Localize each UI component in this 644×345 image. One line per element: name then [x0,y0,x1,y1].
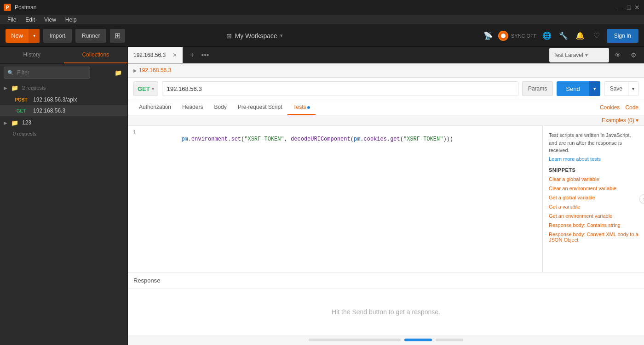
import-button[interactable]: Import [43,29,72,43]
sidebar-toolbar: 🔍 📁 [0,64,127,81]
menu-help[interactable]: Help [62,16,80,24]
request-tab[interactable]: 192.168.56.3 ✕ [128,47,183,63]
snippet-get-global[interactable]: Get a global variable [549,195,638,200]
method-badge-post: POST [13,97,29,103]
snippet-get-variable[interactable]: Get a variable [549,204,638,209]
env-dropdown-icon: ▾ [585,52,588,58]
cookies-link[interactable]: Cookies [600,104,620,111]
code-editor[interactable]: 1 pm.environment.set("XSRF-TOKEN", decod… [128,126,543,272]
collection-123: ▶ 📁 123 ••• 0 requests [0,116,127,138]
layout-button[interactable]: ⊞ [110,29,125,43]
response-header: Response [128,272,644,289]
workspace-dropdown-icon: ▾ [280,33,283,39]
tab-body[interactable]: Body [208,100,232,115]
menu-edit[interactable]: Edit [22,16,39,24]
snippet-clear-global[interactable]: Clear a global variable [549,176,638,182]
content-area: 192.168.56.3 ✕ + ••• Test Laravel ▾ 👁 ⚙ … [128,47,644,345]
new-dropdown-arrow[interactable]: ▾ [29,29,40,43]
add-tab-button[interactable]: + [187,50,198,61]
app-name: Postman [15,4,36,11]
minimize-button[interactable]: — [617,4,624,11]
toolbar-right: 📡 SYNC OFF 🌐 🔧 🔔 ♡ Sign In [482,29,638,43]
tab-more-button[interactable]: ••• [200,50,211,61]
request-url-post: 192.168.56.3/apix [33,96,77,103]
sidebar-tabs: History Collections [0,47,127,64]
main-layout: History Collections 🔍 📁 ▶ 📁 2 requests [0,47,644,345]
response-hint: Hit the Send button to get a response. [332,308,440,316]
close-button[interactable]: ✕ [634,4,640,11]
params-button[interactable]: Params [522,81,553,96]
globe-icon[interactable]: 🌐 [540,29,553,42]
snippets-learn-link[interactable]: Learn more about tests [549,156,638,162]
snippet-response-xml[interactable]: Response body: Convert XML body to a JSO… [549,232,638,243]
collection-item-unnamed[interactable]: ▶ 📁 2 requests [0,81,127,94]
app-icon: P [4,4,11,11]
sync-area: SYNC OFF [498,31,537,41]
tab-close-icon[interactable]: ✕ [172,52,177,58]
tab-tests[interactable]: Tests [288,100,316,115]
titlebar: P Postman — □ ✕ [0,0,644,15]
url-input[interactable] [162,81,518,96]
environment-select[interactable]: Test Laravel ▾ [549,48,609,62]
method-badge-get: GET [13,108,29,114]
save-group: Save ▾ [604,81,638,96]
bell-icon[interactable]: 🔔 [574,29,586,42]
tab-bar: 192.168.56.3 ✕ + ••• Test Laravel ▾ 👁 ⚙ [128,47,644,63]
tab-prerequest[interactable]: Pre-request Script [232,100,288,115]
request-item-get[interactable]: GET 192.168.56.3 [0,105,127,116]
wrench-icon[interactable]: 🔧 [557,29,570,42]
snippet-response-contains[interactable]: Response body: Contains string [549,222,638,228]
request-tab-label: 192.168.56.3 [133,52,166,58]
menu-file[interactable]: File [4,16,20,24]
env-eye-button[interactable]: 👁 [611,48,625,62]
method-select[interactable]: GET ▾ [133,81,158,96]
collection-arrow-icon: ▶ [4,85,7,90]
request-line: GET ▾ Params Send ▾ Save ▾ [128,78,644,100]
folder-icon: 📁 [11,84,18,91]
snippet-get-env[interactable]: Get an environment variable [549,213,638,219]
response-bar-1 [309,339,401,341]
examples-link[interactable]: Examples (0) ▾ [602,117,638,124]
code-link[interactable]: Code [625,104,638,111]
collection-123-name: 123 [22,119,113,126]
new-folder-button[interactable]: 📁 [113,67,124,78]
sidebar: History Collections 🔍 📁 ▶ 📁 2 requests [0,47,128,345]
sidebar-tab-collections[interactable]: Collections [64,47,128,63]
env-gear-button[interactable]: ⚙ [627,48,640,62]
menubar: File Edit View Help [0,15,644,25]
workspace-label: My Workspace [235,32,277,40]
collection-123-arrow-icon: ▶ [4,120,7,125]
breadcrumb-arrow: ▶ [133,68,137,73]
save-dropdown-button[interactable]: ▾ [628,81,638,96]
collection-unnamed: ▶ 📁 2 requests POST 192.168.56.3/apix GE… [0,81,127,116]
satellite-icon[interactable]: 📡 [482,29,494,42]
send-button[interactable]: Send [557,81,589,96]
filter-input[interactable] [4,67,90,79]
signin-button[interactable]: Sign In [607,29,638,43]
tab-headers[interactable]: Headers [177,100,208,115]
send-dropdown-button[interactable]: ▾ [589,81,600,96]
workspace-button[interactable]: ⊞ My Workspace ▾ [226,32,282,40]
snippets-header: SNIPPETS [549,167,638,173]
maximize-button[interactable]: □ [626,4,632,11]
collection-item-123[interactable]: ▶ 📁 123 ••• [0,116,127,129]
heart-icon[interactable]: ♡ [590,29,603,42]
snippets-expand-button[interactable]: › [639,194,644,204]
send-group: Send ▾ [557,81,600,96]
request-item-post[interactable]: POST 192.168.56.3/apix [0,94,127,105]
toolbar: New ▾ Import Runner ⊞ ⊞ My Workspace ▾ 📡… [0,25,644,47]
sync-label: SYNC OFF [511,33,537,39]
sidebar-toolbar-icons: 📁 [113,67,124,78]
menu-view[interactable]: View [40,16,60,24]
snippets-description: Test scripts are written in JavaScript, … [549,131,638,154]
save-button[interactable]: Save [604,81,628,96]
snippet-clear-env[interactable]: Clear an environment variable [549,186,638,191]
new-button[interactable]: New ▾ [6,29,40,43]
request-url-get: 192.168.56.3 [33,107,65,114]
runner-button[interactable]: Runner [75,29,106,43]
sidebar-tab-history[interactable]: History [0,47,64,63]
tab-authorization[interactable]: Authorization [133,100,177,115]
tab-actions: + ••• [183,50,214,61]
response-area: Response Hit the Send button to get a re… [128,272,644,345]
response-label: Response [133,277,161,284]
